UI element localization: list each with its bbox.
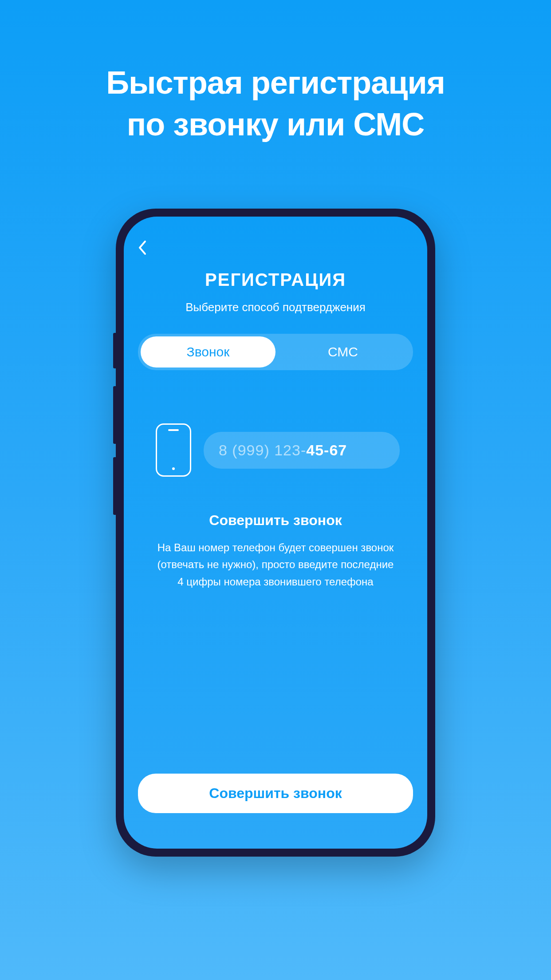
toggle-option-call[interactable]: Звонок <box>141 336 276 368</box>
action-description: На Ваш номер телефон будет совершен звон… <box>138 539 413 590</box>
page-title: РЕГИСТРАЦИЯ <box>138 270 413 290</box>
phone-icon <box>156 423 191 477</box>
chevron-left-icon <box>138 240 147 256</box>
back-button[interactable] <box>138 239 156 257</box>
hero-title-line1: Быстрая регистрация <box>106 65 445 100</box>
action-description-line2: (отвечать не нужно), просто введите посл… <box>157 558 394 570</box>
action-title: Совершить звонок <box>138 512 413 529</box>
page-subtitle: Выберите способ подтверджения <box>138 300 413 314</box>
make-call-button[interactable]: Совершить звонок <box>138 774 413 813</box>
toggle-option-sms[interactable]: СМС <box>276 336 410 368</box>
verification-method-toggle: Звонок СМС <box>138 334 413 370</box>
action-description-line1: На Ваш номер телефон будет совершен звон… <box>157 541 394 553</box>
phone-number-input[interactable]: 8 (999) 123-45-67 <box>204 432 400 469</box>
action-description-line3: 4 цифры номера звонившего телефона <box>177 576 373 588</box>
phone-input-row: 8 (999) 123-45-67 <box>138 423 413 477</box>
phone-frame: РЕГИСТРАЦИЯ Выберите способ подтверджени… <box>116 209 435 857</box>
hero-title-line2: по звонку или СМС <box>127 107 424 142</box>
phone-hardware-buttons <box>113 333 116 515</box>
phone-prefix: 8 (999) 123- <box>219 442 306 458</box>
hero-title: Быстрая регистрация по звонку или СМС <box>0 0 551 145</box>
phone-screen: РЕГИСТРАЦИЯ Выберите способ подтверджени… <box>124 217 427 849</box>
phone-suffix: 45-67 <box>306 442 347 458</box>
